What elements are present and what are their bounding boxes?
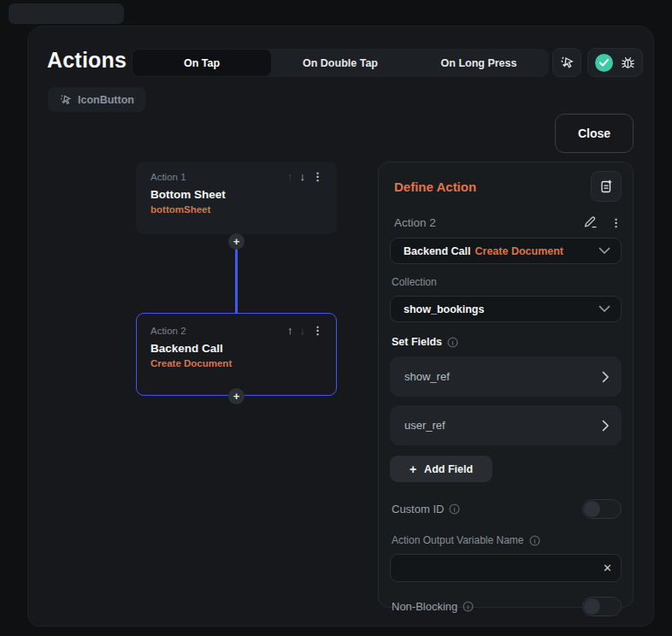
tab-on-long-press[interactable]: On Long Press <box>410 50 548 76</box>
add-action-button[interactable]: + <box>228 233 245 250</box>
action-title: Backend Call <box>150 342 323 355</box>
field-name: show_ref <box>404 370 602 383</box>
action-subtitle: Create Document <box>150 358 323 368</box>
flow-connector-line <box>235 242 238 314</box>
trigger-tabbar: On Tap On Double Tap On Long Press <box>132 49 549 77</box>
copy-action-button[interactable] <box>591 171 622 202</box>
output-variable-label: Action Output Variable Name <box>392 534 524 546</box>
page-title: Actions <box>47 48 127 73</box>
set-fields-label: Set Fields <box>392 336 442 348</box>
document-plus-icon <box>598 179 614 194</box>
info-icon[interactable] <box>529 535 540 546</box>
gesture-cursor-icon <box>559 55 575 70</box>
actions-modal: Actions On Tap On Double Tap On Long Pre… <box>27 26 654 627</box>
add-field-label: Add Field <box>424 463 473 475</box>
widget-chip-iconbutton[interactable]: IconButton <box>48 87 145 112</box>
clear-input-icon[interactable]: ✕ <box>603 561 612 575</box>
action-type-secondary: Create Document <box>475 245 564 257</box>
field-name: user_ref <box>404 419 602 432</box>
tab-on-tap[interactable]: On Tap <box>133 50 271 76</box>
plus-icon: + <box>410 462 416 476</box>
output-variable-input[interactable] <box>390 554 622 582</box>
close-button[interactable]: Close <box>555 114 634 153</box>
custom-id-label: Custom ID <box>392 503 444 515</box>
define-action-panel: Define Action Action 2 <box>378 162 634 608</box>
add-field-button[interactable]: + Add Field <box>390 456 492 482</box>
add-action-button[interactable]: + <box>228 388 245 404</box>
info-icon[interactable] <box>447 337 458 348</box>
chevron-right-icon <box>602 420 610 432</box>
collection-value: show_bookings <box>404 303 598 315</box>
action-flow-button[interactable] <box>552 48 581 77</box>
node-menu-icon[interactable]: ⋮ <box>312 171 323 182</box>
action-title: Bottom Sheet <box>150 188 323 201</box>
validation-check-button[interactable] <box>595 54 613 72</box>
edit-pencil-icon[interactable] <box>583 215 598 229</box>
action-menu-icon[interactable]: ⋮ <box>610 217 622 228</box>
move-down-icon[interactable]: ↓ <box>300 171 306 182</box>
action-type-primary: Backend Call <box>404 245 471 257</box>
node-menu-icon[interactable]: ⋮ <box>312 325 323 336</box>
window-tab-placeholder <box>9 3 124 24</box>
non-blocking-toggle[interactable] <box>582 597 622 616</box>
info-icon[interactable] <box>463 601 474 612</box>
check-icon <box>599 59 609 67</box>
move-down-icon[interactable]: ↓ <box>300 325 306 336</box>
chevron-right-icon <box>602 371 610 383</box>
custom-id-toggle[interactable] <box>582 499 622 519</box>
panel-title: Define Action <box>390 180 591 194</box>
action-index-label: Action 2 <box>150 326 287 336</box>
info-icon[interactable] <box>449 504 460 515</box>
move-up-icon[interactable]: ↑ <box>287 325 293 336</box>
bug-icon[interactable] <box>621 56 635 70</box>
collection-dropdown[interactable]: show_bookings <box>390 296 622 322</box>
widget-chip-label: IconButton <box>78 94 134 106</box>
action-index-label: Action 1 <box>150 172 287 182</box>
set-field-row-show-ref[interactable]: show_ref <box>390 356 622 397</box>
move-up-icon[interactable]: ↑ <box>287 171 293 182</box>
run-status-group <box>587 48 643 77</box>
action-subtitle: bottomSheet <box>150 204 323 215</box>
tab-on-double-tap[interactable]: On Double Tap <box>271 50 410 76</box>
action-type-dropdown[interactable]: Backend CallCreate Document <box>390 238 622 264</box>
non-blocking-label: Non-Blocking <box>392 600 457 613</box>
gesture-cursor-icon <box>59 93 72 106</box>
chevron-down-icon <box>598 247 610 255</box>
selected-action-label: Action 2 <box>394 216 583 229</box>
chevron-down-icon <box>598 305 610 313</box>
set-field-row-user-ref[interactable]: user_ref <box>390 405 622 445</box>
actions-editor-window: Actions On Tap On Double Tap On Long Pre… <box>0 0 672 636</box>
collection-label: Collection <box>390 276 622 288</box>
action-node-1[interactable]: Action 1 ↑ ↓ ⋮ Bottom Sheet bottomSheet <box>136 162 337 234</box>
action-node-2-selected[interactable]: Action 2 ↑ ↓ ⋮ Backend Call Create Docum… <box>136 313 337 396</box>
